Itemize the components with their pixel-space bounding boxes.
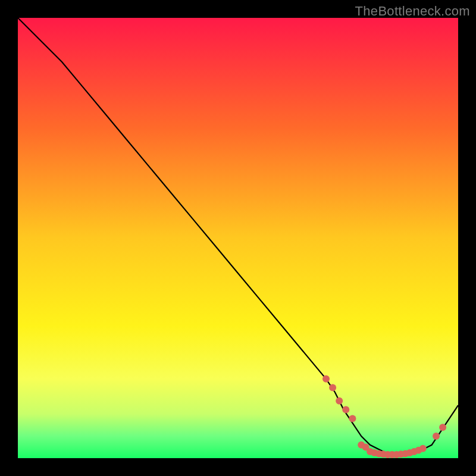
marker-point	[329, 384, 336, 392]
gradient-background	[18, 18, 458, 458]
marker-point	[336, 397, 343, 405]
chart-plot-area	[18, 18, 458, 458]
chart-svg	[18, 18, 458, 458]
watermark-text: TheBottleneck.com	[355, 4, 470, 19]
marker-point	[433, 433, 440, 440]
marker-point	[419, 445, 427, 452]
marker-point	[322, 375, 330, 383]
chart-frame: TheBottleneck.com	[0, 0, 476, 476]
marker-point	[439, 424, 446, 431]
marker-point	[342, 406, 349, 414]
marker-point	[349, 415, 356, 422]
